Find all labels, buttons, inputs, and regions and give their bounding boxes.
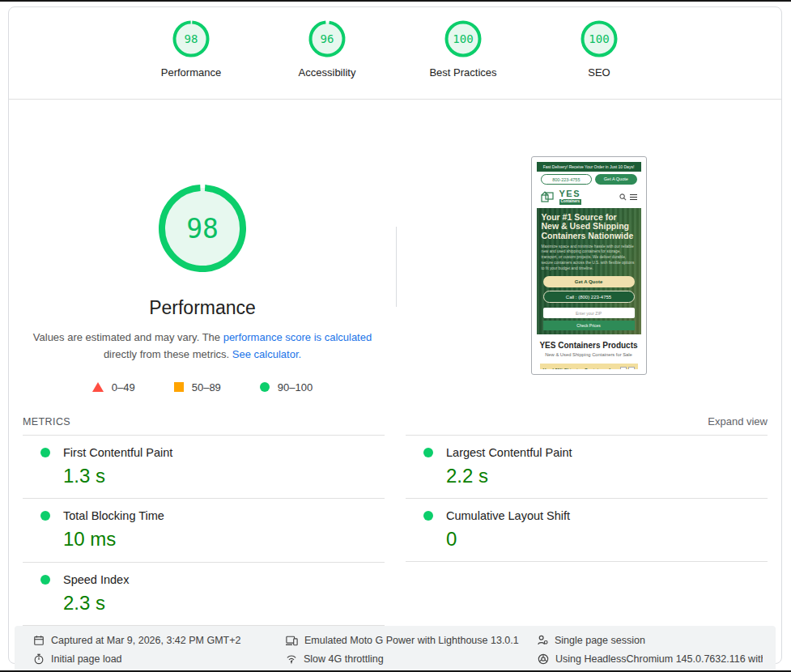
- score-description: Values are estimated and may vary. The p…: [24, 329, 381, 364]
- pass-circle-icon: [260, 382, 270, 392]
- site-hero-paragraph: Maximize space and minimize hassle with …: [542, 245, 636, 272]
- metric-value: 2.3 s: [63, 592, 385, 615]
- best-practices-label: Best Practices: [424, 66, 502, 79]
- stopwatch-icon: [33, 653, 45, 665]
- site-phone-button: 800-223-4755: [541, 174, 593, 185]
- metric-largest-contentful-paint: Largest Contentful Paint 2.2 s: [406, 435, 768, 498]
- category-gauge-performance[interactable]: 98 Performance: [152, 19, 230, 99]
- browser-info-text[interactable]: Using HeadlessChromium 145.0.7632.116 wi…: [555, 653, 763, 665]
- seo-label: SEO: [560, 66, 638, 79]
- captured-at: Captured at Mar 9, 2026, 3:42 PM GMT+2: [33, 635, 286, 646]
- throttling-text[interactable]: Slow 4G throttling: [304, 653, 384, 665]
- site-logo-icon: [541, 191, 557, 202]
- device-emulation-text[interactable]: Emulated Moto G Power with Lighthouse 13…: [304, 635, 519, 646]
- seo-score: 100: [580, 19, 619, 58]
- legend-average: 50–89: [174, 381, 221, 393]
- calendar-icon: [33, 635, 45, 646]
- site-logo-sub: Containers: [559, 199, 582, 205]
- pass-dot-icon: [423, 448, 433, 457]
- best-practices-score: 100: [444, 19, 483, 58]
- fail-range: 0–49: [112, 381, 135, 393]
- main-performance-gauge[interactable]: 98: [155, 181, 250, 276]
- site-quote-button: Get A Quote: [595, 174, 636, 185]
- metric-name: Cumulative Layout Shift: [446, 509, 570, 522]
- metric-name: Largest Contentful Paint: [446, 446, 572, 459]
- see-calculator-link[interactable]: See calculator.: [232, 348, 301, 360]
- accessibility-score: 96: [308, 19, 347, 58]
- session-type-text[interactable]: Single page session: [555, 635, 645, 646]
- session-icon: [538, 635, 548, 646]
- page-load-text: Initial page load: [51, 653, 122, 665]
- site-promo-nav: ‹ ›: [620, 367, 635, 369]
- description-text-2: directly from these metrics.: [104, 348, 232, 360]
- pass-dot-icon: [40, 575, 50, 585]
- site-promo-text: Used 20ft Shipping Containers for ...: [543, 368, 621, 369]
- site-products-title: YES Containers Products: [539, 341, 639, 350]
- metric-value: 1.3 s: [63, 465, 385, 487]
- metric-name: First Contentful Paint: [63, 446, 172, 459]
- site-screenshot: Fast Delivery! Receive Your Order in Jus…: [537, 162, 641, 369]
- pass-range: 90–100: [278, 381, 313, 393]
- site-products-subtitle: New & Used Shipping Containers for Sale: [539, 352, 639, 357]
- performance-overview-section: 98 Performance Values are estimated and …: [9, 100, 781, 407]
- page-load-type: Initial page load: [33, 653, 286, 665]
- pass-dot-icon: [40, 511, 50, 521]
- site-check-prices-button: Check Prices: [543, 321, 635, 330]
- description-text-1: Values are estimated and may vary. The: [33, 331, 223, 343]
- pass-dot-icon: [423, 511, 433, 521]
- site-announcement-bar: Fast Delivery! Receive Your Order in Jus…: [537, 162, 641, 172]
- category-gauge-best-practices[interactable]: 100 Best Practices: [424, 19, 502, 99]
- expand-view-button[interactable]: Expand view: [708, 415, 768, 427]
- emulated-device-icon: [286, 636, 298, 646]
- site-promo-next-icon: ›: [628, 367, 635, 369]
- metric-empty-cell: [406, 562, 768, 626]
- column-divider: [396, 227, 397, 307]
- metrics-section-label: METRICS: [23, 416, 70, 427]
- fail-triangle-icon: [92, 382, 104, 392]
- session-type: Single page session: [538, 635, 763, 646]
- metric-first-contentful-paint: First Contentful Paint 1.3 s: [23, 435, 385, 498]
- accessibility-label: Accessibility: [288, 66, 366, 79]
- metric-name: Total Blocking Time: [63, 509, 164, 522]
- site-hero-title: Your #1 Source for New & Used Shipping C…: [542, 213, 636, 241]
- score-calc-link[interactable]: performance score is calculated: [223, 331, 372, 343]
- metric-name: Speed Index: [63, 573, 129, 586]
- legend-fail: 0–49: [92, 381, 135, 393]
- metric-value: 0: [446, 528, 768, 551]
- main-performance-score: 98: [155, 181, 250, 276]
- average-square-icon: [174, 382, 184, 392]
- performance-label: Performance: [152, 66, 230, 79]
- metric-total-blocking-time: Total Blocking Time 10 ms: [23, 498, 385, 562]
- captured-at-text: Captured at Mar 9, 2026, 3:42 PM GMT+2: [51, 635, 241, 646]
- metric-cumulative-layout-shift: Cumulative Layout Shift 0: [406, 498, 768, 562]
- site-call-button: Call : (800) 223-4755: [543, 291, 635, 303]
- pass-dot-icon: [40, 448, 50, 457]
- browser-info: Using HeadlessChromium 145.0.7632.116 wi…: [538, 653, 763, 665]
- site-logo-main: YES: [559, 189, 582, 198]
- category-scores-header: 98 Performance 96 Accessibility 100: [9, 7, 781, 100]
- network-throttle-icon: [286, 654, 297, 665]
- final-screenshot-thumbnail[interactable]: Fast Delivery! Receive Your Order in Jus…: [531, 156, 647, 375]
- device-emulation: Emulated Moto G Power with Lighthouse 13…: [286, 635, 538, 646]
- page-title: Performance: [9, 297, 396, 319]
- performance-score: 98: [172, 19, 211, 58]
- site-search-icon: [619, 194, 627, 201]
- metric-speed-index: Speed Index 2.3 s: [23, 562, 385, 626]
- average-range: 50–89: [192, 381, 221, 393]
- score-scale-legend: 0–49 50–89 90–100: [9, 381, 396, 393]
- metrics-grid: First Contentful Paint 1.3 s Largest Con…: [23, 435, 768, 626]
- site-get-quote-button: Get A Quote: [543, 276, 635, 287]
- throttling-setting: Slow 4G throttling: [286, 653, 538, 665]
- chromium-icon: [538, 653, 549, 665]
- site-zip-input: Enter your ZIP: [543, 308, 635, 318]
- viewport-top-edge: [0, 0, 791, 2]
- site-hero-section: Your #1 Source for New & Used Shipping C…: [537, 208, 641, 335]
- category-gauge-accessibility[interactable]: 96 Accessibility: [288, 19, 366, 99]
- site-menu-icon: [630, 194, 637, 201]
- legend-pass: 90–100: [260, 381, 313, 393]
- category-gauge-seo[interactable]: 100 SEO: [560, 19, 638, 99]
- report-meta-footer: Captured at Mar 9, 2026, 3:42 PM GMT+2 E…: [15, 626, 776, 672]
- lighthouse-report-card: 98 Performance 96 Accessibility 100: [8, 6, 782, 664]
- site-promo-prev-icon: ‹: [620, 367, 627, 369]
- metric-value: 10 ms: [63, 528, 385, 551]
